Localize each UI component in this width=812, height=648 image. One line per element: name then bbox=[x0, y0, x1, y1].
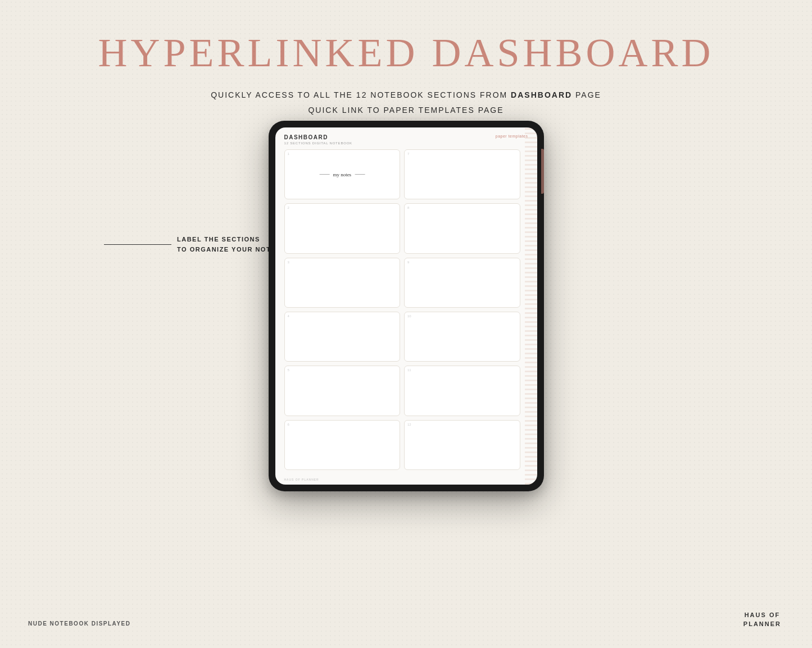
grid-cell-6[interactable]: 6 bbox=[284, 420, 401, 470]
grid-cell-3[interactable]: 3 bbox=[284, 258, 401, 308]
screen-footer: HAUS OF PLANNER bbox=[275, 476, 537, 485]
grid-cell-7[interactable]: 7 bbox=[404, 149, 520, 199]
grid-cell-8[interactable]: 8 bbox=[404, 203, 520, 253]
cell-number-11: 11 bbox=[407, 368, 411, 372]
page-main-title: HYPERLINKED DASHBOARD bbox=[0, 0, 812, 75]
grid-cell-1[interactable]: 1 my notes bbox=[284, 149, 401, 199]
cell-number-8: 8 bbox=[407, 206, 409, 209]
cell-number-9: 9 bbox=[407, 261, 409, 264]
bottom-right-brand: HAUS OF PLANNER bbox=[743, 611, 781, 628]
grid-cell-12[interactable]: 12 bbox=[404, 420, 520, 470]
footer-brand: HAUS OF PLANNER bbox=[284, 478, 528, 481]
grid-cell-2[interactable]: 2 bbox=[284, 203, 401, 253]
cell-number-10: 10 bbox=[407, 314, 411, 318]
dashboard-title: DASHBOARD bbox=[284, 134, 352, 140]
annotation-line bbox=[104, 244, 171, 245]
subtitle-line2: QUICK LINK TO PAPER TEMPLATES PAGE bbox=[0, 103, 812, 118]
bottom-left-label: NUDE NOTEBOOK DISPLAYED bbox=[28, 620, 130, 627]
cell-number-7: 7 bbox=[407, 152, 409, 156]
cell-label-line-1: my notes bbox=[319, 172, 365, 177]
subtitle-line1: QUICKLY ACCESS TO ALL THE 12 NOTEBOOK SE… bbox=[0, 88, 812, 103]
tablet-frame: DASHBOARD 12 SECTIONS DIGITAL NOTEBOOK p… bbox=[269, 121, 544, 491]
cell-number-5: 5 bbox=[288, 368, 289, 372]
dashboard-notebook-subtitle: 12 SECTIONS DIGITAL NOTEBOOK bbox=[284, 142, 352, 145]
page-subtitle: QUICKLY ACCESS TO ALL THE 12 NOTEBOOK SE… bbox=[0, 88, 812, 117]
dashboard-header: DASHBOARD 12 SECTIONS DIGITAL NOTEBOOK p… bbox=[275, 127, 537, 147]
cell-number-3: 3 bbox=[288, 261, 289, 264]
annotation-text: LABEL THE SECTIONS TO ORGANIZE YOUR NOTE… bbox=[177, 235, 281, 254]
tablet-container: DASHBOARD 12 SECTIONS DIGITAL NOTEBOOK p… bbox=[269, 121, 544, 491]
grid-cell-11[interactable]: 11 bbox=[404, 366, 520, 416]
cell-label-1: my notes bbox=[319, 172, 365, 177]
paper-templates-link[interactable]: paper templates bbox=[496, 134, 528, 138]
tablet-screen: DASHBOARD 12 SECTIONS DIGITAL NOTEBOOK p… bbox=[275, 127, 537, 485]
brand-haus-line1: HAUS OF bbox=[743, 611, 781, 619]
brand-haus-line2: PLANNER bbox=[743, 620, 781, 628]
grid-cell-5[interactable]: 5 bbox=[284, 366, 401, 416]
screen-inner: DASHBOARD 12 SECTIONS DIGITAL NOTEBOOK p… bbox=[275, 127, 537, 485]
grid-cell-9[interactable]: 9 bbox=[404, 258, 520, 308]
cell-number-1: 1 bbox=[288, 152, 289, 156]
cell-number-4: 4 bbox=[288, 314, 289, 318]
cell-number-6: 6 bbox=[288, 423, 289, 426]
grid-cell-4[interactable]: 4 bbox=[284, 312, 401, 362]
annotation-left: LABEL THE SECTIONS TO ORGANIZE YOUR NOTE… bbox=[104, 235, 281, 254]
dashboard-grid: 1 my notes 7 2 bbox=[275, 147, 537, 476]
grid-cell-10[interactable]: 10 bbox=[404, 312, 520, 362]
cell-number-12: 12 bbox=[407, 423, 411, 426]
cell-number-2: 2 bbox=[288, 206, 289, 209]
dashboard-header-left: DASHBOARD 12 SECTIONS DIGITAL NOTEBOOK bbox=[284, 134, 352, 145]
